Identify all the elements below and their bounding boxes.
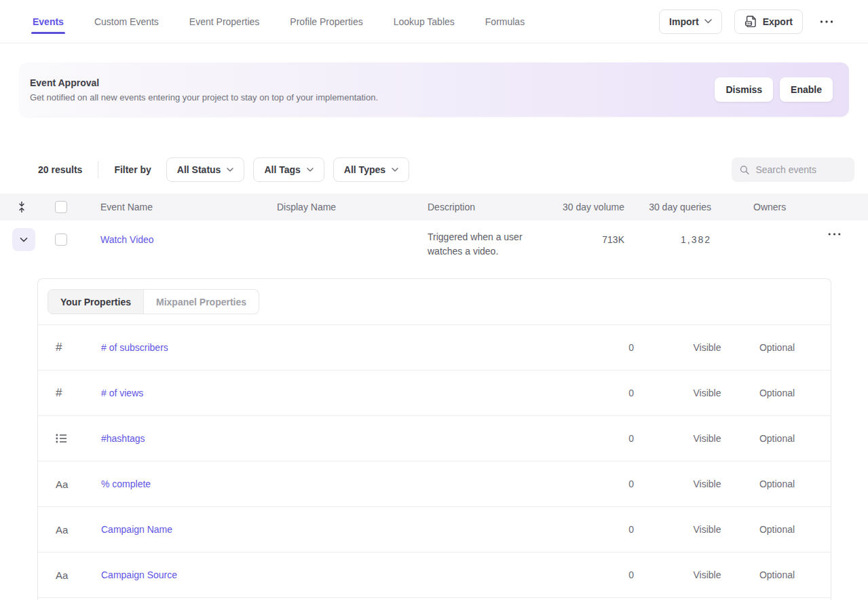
import-button[interactable]: Import <box>659 10 722 34</box>
properties-tabbar: Your Properties Mixpanel Properties <box>38 279 831 325</box>
banner-subtitle: Get notified on all new events entering … <box>30 92 378 102</box>
nav-actions: Import csv Export <box>659 10 839 34</box>
more-options-button[interactable] <box>814 16 839 27</box>
property-visibility: Visible <box>694 388 721 398</box>
property-requirement: Optional <box>759 433 795 444</box>
status-filter-dropdown[interactable]: All Status <box>166 157 245 182</box>
tab-mixpanel-properties[interactable]: Mixpanel Properties <box>144 289 259 314</box>
chevron-down-icon <box>20 238 28 242</box>
tab-profile-properties[interactable]: Profile Properties <box>290 0 362 43</box>
property-value: 0 <box>628 388 634 398</box>
property-visibility: Visible <box>694 433 721 444</box>
select-all-checkbox[interactable] <box>55 201 67 213</box>
tab-your-properties[interactable]: Your Properties <box>48 289 144 314</box>
import-button-label: Import <box>669 16 699 27</box>
active-tab-underline <box>31 32 65 34</box>
text-type-icon: Aa <box>38 524 101 536</box>
property-row: # # of subscribers 0 Visible Optional <box>38 325 831 371</box>
event-properties-panel: Your Properties Mixpanel Properties # # … <box>37 278 831 600</box>
property-visibility: Visible <box>694 524 721 535</box>
results-count: 20 results <box>38 164 82 175</box>
property-requirement: Optional <box>759 569 795 580</box>
properties-segmented-control: Your Properties Mixpanel Properties <box>48 289 259 314</box>
event-row-watch-video: Watch Video Triggered when a user watche… <box>0 221 868 278</box>
divider <box>98 161 98 179</box>
column-30-day-volume: 30 day volume <box>563 202 624 212</box>
csv-file-icon: csv <box>744 15 757 28</box>
property-requirement: Optional <box>759 479 795 489</box>
volume-30d-value: 713K <box>602 234 624 245</box>
property-visibility: Visible <box>694 479 721 489</box>
tab-event-properties[interactable]: Event Properties <box>189 0 260 43</box>
property-link[interactable]: Campaign Source <box>101 569 177 580</box>
collapse-row-button[interactable] <box>12 228 35 251</box>
nav-tabs: Events Custom Events Event Properties Pr… <box>33 0 525 43</box>
export-button-label: Export <box>763 16 793 27</box>
dismiss-button[interactable]: Dismiss <box>715 77 773 102</box>
property-visibility: Visible <box>694 569 721 580</box>
property-visibility: Visible <box>694 342 721 353</box>
tags-filter-dropdown[interactable]: All Tags <box>253 157 324 182</box>
event-description: Triggered when a user watches a video. <box>428 230 550 259</box>
property-value: 0 <box>628 433 634 444</box>
chevron-down-icon <box>704 19 712 24</box>
tab-custom-events[interactable]: Custom Events <box>94 0 159 43</box>
types-filter-dropdown[interactable]: All Types <box>333 157 409 182</box>
enable-button[interactable]: Enable <box>780 77 833 102</box>
search-box[interactable] <box>732 157 854 182</box>
text-type-icon: Aa <box>38 479 101 490</box>
column-display-name: Display Name <box>277 202 428 212</box>
search-input[interactable] <box>755 164 846 175</box>
property-link[interactable]: #hashtags <box>101 433 145 444</box>
number-type-icon: # <box>38 386 101 400</box>
chevron-down-icon <box>307 168 314 172</box>
svg-text:csv: csv <box>745 21 751 25</box>
export-button[interactable]: csv Export <box>734 10 803 34</box>
property-value: 0 <box>628 569 634 580</box>
banner-actions: Dismiss Enable <box>715 77 833 102</box>
banner-title: Event Approval <box>30 77 378 88</box>
column-30-day-queries: 30 day queries <box>649 202 711 212</box>
property-link[interactable]: % complete <box>101 479 151 489</box>
property-requirement: Optional <box>759 388 795 398</box>
filter-by-label: Filter by <box>114 164 151 175</box>
event-name-link[interactable]: Watch Video <box>100 234 154 245</box>
search-icon <box>740 164 749 176</box>
property-row: Aa % complete 0 Visible Optional <box>38 462 831 507</box>
row-menu-button[interactable] <box>827 230 842 238</box>
chevron-down-icon <box>227 168 233 172</box>
property-value: 0 <box>628 342 634 353</box>
list-type-icon <box>38 434 101 443</box>
event-approval-banner: Event Approval Get notified on all new e… <box>19 62 849 117</box>
queries-30d-value: 1,382 <box>681 234 711 245</box>
tab-lookup-tables[interactable]: Lookup Tables <box>394 0 455 43</box>
filter-toolbar: 20 results Filter by All Status All Tags… <box>0 157 868 182</box>
banner-text: Event Approval Get notified on all new e… <box>30 77 378 102</box>
number-type-icon: # <box>38 341 101 354</box>
property-requirement: Optional <box>759 342 795 353</box>
property-link[interactable]: # of subscribers <box>101 342 168 353</box>
chevron-down-icon <box>392 168 398 172</box>
property-link[interactable]: # of views <box>101 388 143 398</box>
property-row: # # of views 0 Visible Optional <box>38 371 831 416</box>
tab-formulas[interactable]: Formulas <box>485 0 525 43</box>
property-requirement: Optional <box>759 524 795 535</box>
collapse-rows-icon <box>17 201 26 213</box>
text-type-icon: Aa <box>38 569 101 581</box>
column-event-name: Event Name <box>100 202 277 212</box>
property-row: Aa Campaign Name 0 Visible Optional <box>38 507 831 552</box>
ellipsis-icon <box>820 20 833 23</box>
tab-events[interactable]: Events <box>33 0 64 43</box>
property-link[interactable]: Campaign Name <box>101 524 172 535</box>
property-row: #hashtags 0 Visible Optional <box>38 416 831 462</box>
collapse-all-button[interactable] <box>0 201 43 213</box>
column-description: Description <box>428 202 556 212</box>
property-row: Aa Campaign Source 0 Visible Optional <box>38 552 831 598</box>
events-table-header: Event Name Display Name Description 30 d… <box>0 193 868 221</box>
ellipsis-icon <box>828 233 841 236</box>
top-navigation: Events Custom Events Event Properties Pr… <box>0 0 868 43</box>
property-value: 0 <box>628 524 634 535</box>
tab-events-label: Events <box>33 16 64 27</box>
row-checkbox[interactable] <box>55 233 67 246</box>
column-owners: Owners <box>753 202 827 212</box>
